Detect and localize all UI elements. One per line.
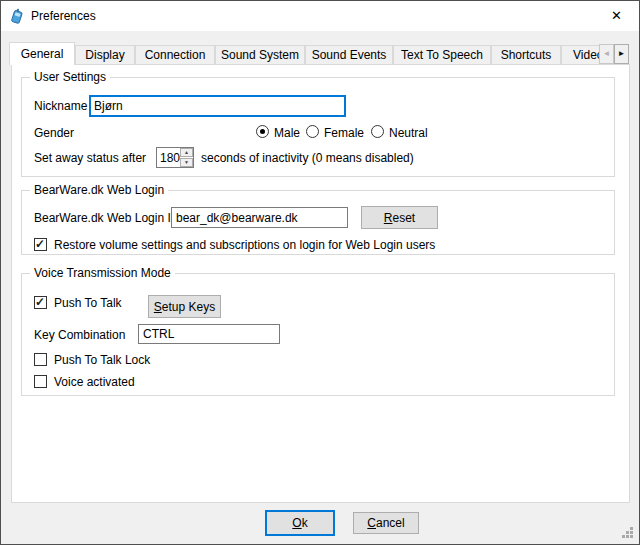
push-to-talk-checkbox[interactable]: ✓ [34, 296, 47, 309]
window-title: Preferences [31, 1, 96, 31]
push-to-talk-lock-label[interactable]: Push To Talk Lock [54, 353, 150, 367]
tab-text-to-speech[interactable]: Text To Speech [393, 45, 491, 64]
spinner-buttons: ▲ ▼ [180, 148, 193, 167]
tab-general[interactable]: General [9, 42, 75, 65]
title-bar[interactable]: Preferences ✕ [1, 1, 639, 31]
gender-radio-male[interactable] [256, 125, 269, 138]
away-seconds-spinner[interactable]: 180 ▲ ▼ [156, 147, 194, 168]
spinner-up-icon[interactable]: ▲ [180, 148, 193, 157]
close-icon[interactable]: ✕ [594, 1, 639, 31]
voice-activated-label[interactable]: Voice activated [54, 375, 135, 389]
nickname-input[interactable] [89, 95, 346, 117]
radio-dot-icon [260, 129, 265, 134]
gender-label: Gender [34, 126, 74, 140]
restore-volume-checkbox[interactable]: ✓ [34, 238, 47, 251]
key-combination-input[interactable] [138, 324, 280, 344]
group-title-user-settings: User Settings [30, 70, 110, 84]
gender-radio-male-label[interactable]: Male [274, 126, 300, 140]
web-login-id-input[interactable] [171, 207, 348, 228]
gender-radio-neutral[interactable] [371, 125, 384, 138]
away-status-suffix: seconds of inactivity (0 means disabled) [201, 151, 414, 165]
ok-button[interactable]: Ok [265, 510, 335, 536]
voice-activated-checkbox[interactable] [34, 375, 47, 388]
web-login-id-label: BearWare.dk Web Login ID [34, 211, 179, 225]
check-icon: ✓ [35, 237, 45, 251]
tab-sound-events[interactable]: Sound Events [305, 45, 393, 64]
away-seconds-value[interactable]: 180 [160, 151, 180, 165]
resize-grip[interactable] [622, 527, 635, 540]
tab-display[interactable]: Display [75, 45, 135, 64]
tab-sound-system[interactable]: Sound System [215, 45, 305, 64]
away-status-label: Set away status after [34, 151, 146, 165]
tab-connection[interactable]: Connection [135, 45, 215, 64]
gender-radio-neutral-label[interactable]: Neutral [389, 126, 428, 140]
restore-volume-label[interactable]: Restore volume settings and subscription… [54, 238, 435, 252]
spinner-down-icon[interactable]: ▼ [180, 158, 193, 167]
tab-scroll-left-icon[interactable]: ◄ [599, 44, 614, 64]
group-title-web-login: BearWare.dk Web Login [30, 183, 168, 197]
setup-keys-button[interactable]: Setup Keys [148, 295, 221, 318]
push-to-talk-label[interactable]: Push To Talk [54, 296, 122, 310]
gender-radio-female-label[interactable]: Female [324, 126, 364, 140]
app-icon [10, 8, 26, 24]
key-combination-label: Key Combination [34, 328, 125, 342]
gender-radio-female[interactable] [306, 125, 319, 138]
tab-scroll-right-icon[interactable]: ► [614, 44, 629, 64]
group-title-voice-transmission: Voice Transmission Mode [30, 266, 175, 280]
preferences-dialog: Preferences ✕ General Display Connection… [0, 0, 640, 545]
nickname-label: Nickname [34, 99, 87, 113]
check-icon: ✓ [35, 295, 45, 309]
push-to-talk-lock-checkbox[interactable] [34, 353, 47, 366]
reset-button[interactable]: Reset [361, 206, 438, 229]
cancel-button[interactable]: Cancel [353, 512, 419, 534]
tab-shortcuts[interactable]: Shortcuts [491, 45, 561, 64]
